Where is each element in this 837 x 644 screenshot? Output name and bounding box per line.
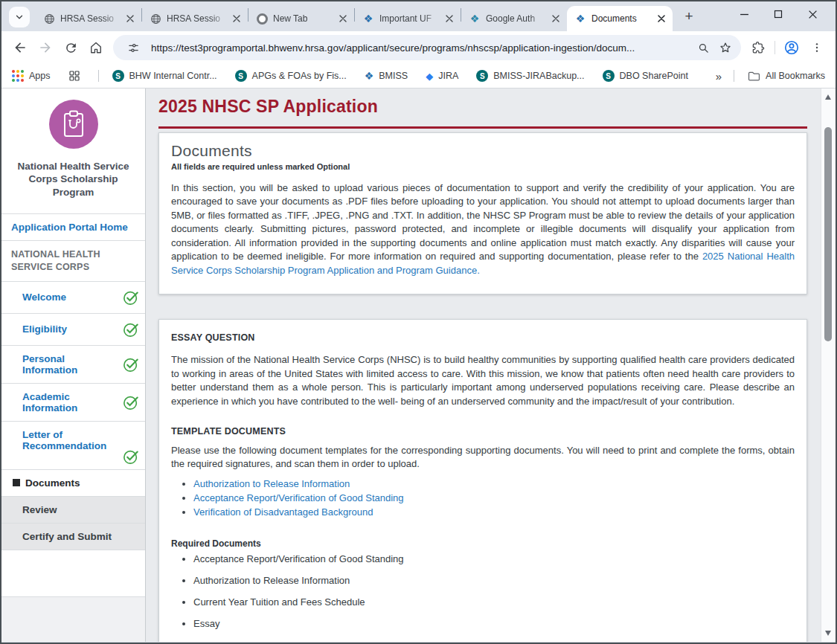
bookmark-label: BMISS	[379, 71, 408, 81]
bookmark-label: DBO SharePoint	[620, 71, 688, 81]
hrsa-emblem-icon: ❖	[469, 13, 481, 25]
menu-dots-icon[interactable]	[804, 35, 830, 60]
bookmark-dbo-sharepoint[interactable]: S DBO SharePoint	[603, 70, 688, 82]
reload-button[interactable]	[58, 35, 83, 60]
window-controls	[727, 1, 830, 27]
list-item: Acceptance Report/Verification of Good S…	[193, 553, 795, 564]
section-header-label: NATIONAL HEALTH SERVICE CORPS	[11, 248, 139, 274]
tab-title: Important UF	[379, 13, 440, 24]
tab-documents-active[interactable]: ❖ Documents	[567, 6, 673, 31]
sidebar-item-label: Letter of Recommendation	[22, 429, 106, 451]
bookmark-bmiss-jirabackup[interactable]: S BMISS-JIRABackup...	[476, 70, 584, 82]
bookmark-label: BHW Internal Contr...	[129, 71, 217, 81]
globe-icon	[150, 13, 161, 25]
sidebar-filler	[1, 550, 145, 597]
minimize-button[interactable]	[727, 1, 761, 27]
tab-close-icon[interactable]	[230, 12, 243, 25]
tab-groups-icon[interactable]	[68, 70, 80, 82]
sidebar-item-personal-information[interactable]: Personal Information	[1, 346, 145, 384]
sharepoint-icon: S	[235, 70, 247, 82]
documents-intro-card: Documents All fields are required unless…	[158, 132, 807, 294]
tab-title: Documents	[591, 13, 652, 24]
profile-avatar[interactable]	[779, 35, 804, 60]
tab-close-icon[interactable]	[549, 12, 562, 25]
sidebar-item-label: Certify and Submit	[22, 531, 139, 542]
all-bookmarks-button[interactable]: All Bookmarks	[748, 71, 825, 82]
bookmark-apgs-foas[interactable]: S APGs & FOAs by Fis...	[235, 70, 347, 82]
sidebar-item-portal-home[interactable]: Application Portal Home	[1, 214, 145, 241]
tab-close-icon[interactable]	[655, 12, 668, 25]
close-window-button[interactable]	[795, 1, 830, 27]
scrollbar-thumb[interactable]	[824, 127, 832, 341]
extensions-icon[interactable]	[745, 35, 771, 60]
sidebar-item-label: Personal Information	[22, 353, 120, 376]
bookmark-bhw-internal[interactable]: S BHW Internal Contr...	[112, 70, 217, 82]
sidebar-item-review: Review	[1, 497, 145, 524]
tab-strip: HRSA Sessio HRSA Sessio New Tab ❖ Import…	[1, 1, 836, 31]
list-item: Acceptance Report/Verification of Good S…	[193, 491, 795, 505]
tab-close-icon[interactable]	[336, 12, 350, 25]
sidebar-item-documents-current[interactable]: Documents	[1, 470, 145, 497]
tab-new-tab[interactable]: New Tab	[248, 6, 354, 31]
vertical-scrollbar[interactable]	[821, 88, 836, 642]
sidebar-item-label: Application Portal Home	[11, 222, 139, 233]
tab-google-auth[interactable]: ❖ Google Auth	[461, 6, 567, 31]
sidebar-item-letter-of-recommendation[interactable]: Letter of Recommendation	[1, 422, 145, 470]
list-item: Verification of Disadvantaged Background	[193, 505, 795, 519]
template-link-authorization[interactable]: Authorization to Release Information	[193, 478, 350, 489]
divider	[734, 70, 734, 82]
folder-icon	[748, 71, 760, 82]
site-settings-icon[interactable]	[122, 36, 144, 59]
tab-close-icon[interactable]	[443, 12, 456, 25]
jira-diamond-icon: ◆	[426, 71, 433, 81]
check-circle-icon	[123, 448, 139, 465]
divider	[98, 70, 99, 82]
application-sidebar: National Health Service Corps Scholarshi…	[1, 88, 146, 642]
scroll-up-arrow[interactable]	[825, 94, 831, 100]
sidebar-item-academic-information[interactable]: Academic Information	[1, 384, 145, 422]
template-links-list: Authorization to Release Information Acc…	[171, 477, 795, 519]
address-bar[interactable]: https://test3programportal.bhwenv.hrsa.g…	[113, 35, 741, 60]
apps-shortcut[interactable]: Apps	[12, 70, 51, 82]
bookmark-label: APGs & FOAs by Fis...	[252, 71, 347, 81]
bookmark-bmiss[interactable]: ❖ BMISS	[365, 71, 408, 81]
maximize-button[interactable]	[761, 1, 795, 27]
required-documents-list: Acceptance Report/Verification of Good S…	[171, 553, 795, 629]
sidebar-item-welcome[interactable]: Welcome	[1, 282, 145, 314]
sidebar-item-label: Academic Information	[22, 391, 120, 413]
zoom-icon[interactable]	[692, 36, 714, 59]
tab-hrsa-session-1[interactable]: HRSA Sessio	[36, 6, 141, 31]
bookmark-star-icon[interactable]	[714, 36, 737, 59]
sidebar-item-label: Welcome	[22, 292, 120, 303]
bookmark-jira[interactable]: ◆ JIRA	[426, 71, 458, 81]
bookmark-label: BMISS-JIRABackup...	[493, 71, 584, 81]
sidebar-item-eligibility[interactable]: Eligibility	[1, 314, 145, 346]
program-name: National Health Service Corps Scholarshi…	[9, 160, 138, 199]
list-item: Essay	[193, 618, 795, 629]
new-tab-button[interactable]: +	[679, 6, 699, 27]
tab-close-icon[interactable]	[124, 12, 137, 25]
apps-label: Apps	[29, 71, 51, 81]
scroll-down-arrow[interactable]	[825, 631, 831, 636]
forward-button[interactable]	[33, 35, 58, 60]
tab-important[interactable]: ❖ Important UF	[355, 6, 461, 31]
required-documents-header: Required Documents	[171, 538, 795, 549]
sidebar-item-label: Review	[22, 504, 139, 515]
sharepoint-icon: S	[112, 70, 124, 82]
back-button[interactable]	[7, 35, 33, 60]
bookmarks-overflow-chevron[interactable]: »	[716, 70, 722, 83]
tab-search-button[interactable]	[9, 7, 30, 28]
required-fields-note: All fields are required unless marked Op…	[171, 162, 795, 171]
home-button[interactable]	[83, 35, 109, 60]
tab-title: HRSA Sessio	[60, 13, 121, 24]
essay-and-templates-card: ESSAY QUESTION The mission of the Nation…	[158, 319, 807, 642]
template-link-disadvantaged-background[interactable]: Verification of Disadvantaged Background	[193, 506, 373, 518]
list-item: Authorization to Release Information	[193, 575, 795, 586]
page-title: 2025 NHSC SP Application	[158, 97, 807, 117]
tab-hrsa-session-2[interactable]: HRSA Sessio	[142, 6, 248, 31]
url-text[interactable]: https://test3programportal.bhwenv.hrsa.g…	[151, 42, 686, 54]
bookmark-label: JIRA	[438, 71, 458, 81]
template-link-acceptance-report[interactable]: Acceptance Report/Verification of Good S…	[193, 492, 404, 503]
template-documents-text: Please use the following document templa…	[171, 444, 795, 471]
globe-icon	[43, 13, 55, 25]
